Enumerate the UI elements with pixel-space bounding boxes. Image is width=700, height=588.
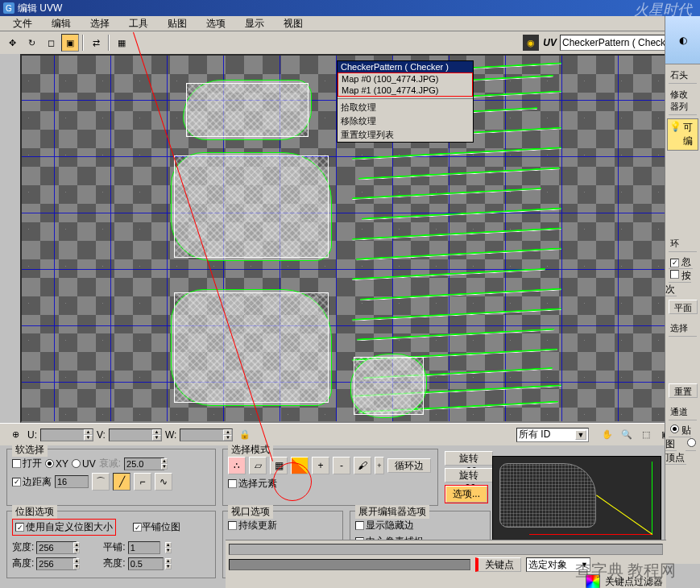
window-title: 编辑 UVW [18,2,62,15]
dropdown-opt-remove[interactable]: 移除纹理 [338,114,473,128]
uv-island[interactable] [183,80,312,140]
menu-options[interactable]: 选项 [197,17,235,31]
time-slider[interactable] [229,544,663,555]
menu-map[interactable]: 贴图 [158,17,197,31]
uvw-coordinates-row: ⊕ U: ▲▼ V: ▲▼ W: ▲▼ 🔒 所有 ID ▼ ✋ 🔍 ⬚ ▣ ⊡ [0,423,700,445]
falloff-curve-2[interactable]: ╱ [113,473,130,491]
bright-spinner[interactable]: ▲▼ [128,557,164,570]
zoom-region-tool[interactable]: ⬚ [637,426,655,444]
bright-input[interactable] [129,558,165,569]
edge-mode[interactable]: ▱ [249,457,267,474]
rotate-tool[interactable]: ↻ [23,34,40,52]
vertex-mode[interactable]: ∴ [228,457,246,474]
options-button[interactable]: 选项... [445,486,487,503]
tile-input[interactable] [129,542,165,553]
tile-spinner[interactable]: ▲▼ [128,541,160,554]
rollout-env[interactable]: 环 [669,236,697,252]
select-elem-checkbox[interactable]: 选择元素 [228,477,277,491]
uv-globe-icon[interactable]: ◉ [522,34,540,52]
width-input[interactable] [37,542,73,553]
uv-island[interactable] [350,354,427,418]
edge-dist-checkbox[interactable]: ✓边距离 [12,475,52,489]
edge-spinner[interactable]: ▲▼ [55,475,89,488]
edge-input[interactable] [56,476,92,487]
xy-radio[interactable]: XY [45,458,68,470]
falloff-curve-1[interactable]: ⌒ [92,473,110,491]
zoom-tool[interactable]: 🔍 [618,426,636,444]
u-input[interactable] [41,429,84,441]
mirror-tool[interactable]: ⇄ [87,34,105,52]
w-spinner[interactable]: ▲▼ [180,429,233,441]
menu-edit[interactable]: 编辑 [42,17,81,31]
falloff-input[interactable] [125,458,161,470]
uvw-mode-icon[interactable]: ⊕ [6,426,24,444]
planar-button[interactable]: 平面 [669,300,698,314]
watermark-top: 火星时代 [634,0,692,19]
tile-checkbox[interactable]: ✓平铺位图 [133,521,180,532]
select-mode-panel: 选择模式 ∴ ▱ ▦ + - 🖌 + 循环边 选择元素 [222,449,438,506]
menubar: 文件 编辑 选择 工具 贴图 选项 显示 视图 [0,16,700,31]
lock-icon[interactable]: 🔒 [236,426,254,444]
axis-diag [596,495,652,535]
menu-tools[interactable]: 工具 [119,17,158,31]
menu-display[interactable]: 显示 [235,17,274,31]
freeform-tool[interactable]: ▣ [61,34,79,52]
modifier-stack-row[interactable]: 💡可编 [667,118,698,151]
falloff-spinner[interactable]: ▲▼ [124,458,164,470]
w-input[interactable] [180,429,223,441]
height-spinner[interactable]: ▲▼ [36,557,77,570]
rotate-m90[interactable]: 旋转 -90 [445,468,493,482]
open-checkbox[interactable]: 打开 [12,457,42,470]
show-map-tool[interactable]: ▦ [113,34,130,52]
menu-file[interactable]: 文件 [3,17,42,31]
object-name[interactable]: 石头 [669,68,697,84]
viewport-opts-legend: 视口选项 [228,505,273,519]
height-input[interactable] [37,558,73,569]
id-label: 所有 ID [519,428,550,441]
rotate-buttons: 旋转 +90 旋转 -90 选项... [445,449,493,506]
width-spinner[interactable]: ▲▼ [36,541,77,554]
shrink-sel[interactable]: - [333,457,350,474]
annotation-circle [273,462,312,501]
falloff-curve-4[interactable]: ∿ [155,473,172,491]
pan-tool[interactable]: ✋ [599,426,616,444]
dropdown-opt-reset[interactable]: 重置纹理列表 [338,128,473,142]
falloff-curve-3[interactable]: ⌐ [134,473,151,491]
grow-sel[interactable]: + [312,457,329,474]
v-input[interactable] [110,429,152,441]
byaxis-checkbox[interactable]: 按次 [665,269,691,296]
ignore-checkbox[interactable]: ✓ 忽 [669,255,693,269]
w-label: W: [165,429,176,441]
menu-select[interactable]: 选择 [81,17,119,31]
u-spinner[interactable]: ▲▼ [40,429,93,441]
scale-tool[interactable]: ◻ [42,34,60,52]
keep-update-checkbox[interactable]: 持续更新 [228,519,277,532]
uv-island[interactable] [171,152,332,261]
rotate-p90[interactable]: 旋转 +90 [445,451,493,466]
dropdown-arrow-icon: ▼ [575,430,586,440]
id-dropdown[interactable]: 所有 ID ▼ [516,428,589,442]
loop-button[interactable]: 循环边 [387,458,431,473]
v-spinner[interactable]: ▲▼ [109,429,162,441]
bitmap-opts-panel: 位图选项 ✓使用自定义位图大小 ✓平铺位图 宽度: ▲▼ 平铺: ▲▼ 高度: … [6,511,216,578]
toolbar: ✥ ↻ ◻ ▣ ⇄ ▦ ◉ UV CheckerPattern ( Checke… [0,31,700,54]
key-button[interactable]: 关键点 [475,557,521,572]
use-custom-checkbox[interactable]: ✓使用自定义位图大小 [15,520,113,534]
panel-tab-icon[interactable]: ◐ [665,16,700,64]
reset-button[interactable]: 重置 [669,383,698,398]
paint-sel[interactable]: 🖌 [354,457,371,474]
mini-viewport[interactable] [492,456,661,540]
dropdown-opt-pick[interactable]: 拾取纹理 [338,101,473,114]
trackbar[interactable] [229,559,470,570]
dropdown-opt-map1[interactable]: Map #1 (100_4774.JPG) [338,85,472,96]
move-tool[interactable]: ✥ [3,34,21,52]
uv-radio[interactable]: UV [72,458,96,470]
dropdown-separator [338,98,473,99]
dropdown-opt-checker[interactable]: CheckerPattern ( Checker ) [338,61,473,72]
uv-island[interactable] [171,289,332,406]
grow-loop[interactable]: + [375,457,384,474]
show-hidden-checkbox[interactable]: 显示隐藏边 [355,519,414,532]
dropdown-opt-map0[interactable]: Map #0 (100_4774.JPG) [338,73,472,85]
modifier-list-label: 修改器列 [669,87,697,115]
menu-view[interactable]: 视图 [274,17,313,31]
